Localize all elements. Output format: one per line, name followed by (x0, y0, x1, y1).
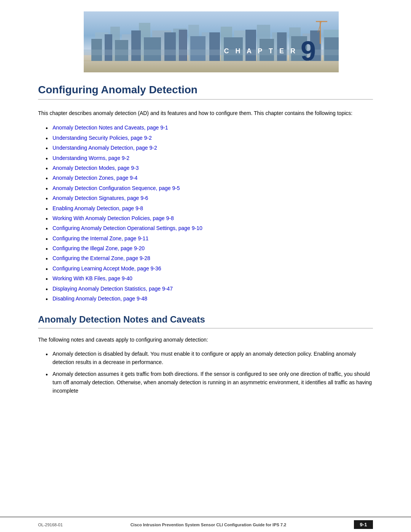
toc-item-1: Anomaly Detection Notes and Caveats, pag… (46, 123, 373, 132)
toc-item-17: Displaying Anomaly Detection Statistics,… (46, 284, 373, 293)
toc-link-7[interactable]: Anomaly Detection Configuration Sequence… (53, 185, 180, 191)
section1-rule (38, 328, 373, 329)
toc-item-18: Disabling Anomaly Detection, page 9-48 (46, 294, 373, 303)
chapter-header: C H A P T E R 9 (84, 11, 339, 72)
toc-item-2: Understanding Security Policies, page 9-… (46, 134, 373, 142)
section1-title: Anomaly Detection Notes and Caveats (38, 314, 373, 325)
footer-page-number: 9-1 (354, 520, 373, 529)
footer-doc-number: OL-29168-01 (38, 522, 63, 527)
intro-paragraph: This chapter describes anomaly detection… (38, 109, 373, 117)
toc-item-5: Anomaly Detection Modes, page 9-3 (46, 164, 373, 172)
toc-link-12[interactable]: Configuring the Internal Zone, page 9-11 (53, 235, 148, 241)
toc-link-15[interactable]: Configuring Learning Accept Mode, page 9… (53, 265, 161, 272)
toc-item-15: Configuring Learning Accept Mode, page 9… (46, 264, 373, 273)
toc-link-10[interactable]: Working With Anomaly Detection Policies,… (53, 215, 174, 221)
title-rule (38, 99, 373, 100)
svg-rect-21 (131, 30, 141, 61)
toc-item-9: Enabling Anomaly Detection, page 9-8 (46, 204, 373, 212)
page-container: C H A P T E R 9 Configuring Anomaly Dete… (0, 0, 411, 532)
svg-rect-25 (190, 36, 206, 61)
toc-item-13: Configuring the Illegal Zone, page 9-20 (46, 244, 373, 252)
toc-item-6: Anomaly Detection Zones, page 9-4 (46, 174, 373, 182)
toc-item-3: Understanding Anomaly Detection, page 9-… (46, 144, 373, 152)
chapter-number-text: 9 (301, 37, 316, 65)
toc-link-17[interactable]: Displaying Anomaly Detection Statistics,… (53, 286, 173, 292)
toc-link-18[interactable]: Disabling Anomaly Detection, page 9-48 (53, 296, 147, 302)
page-footer: OL-29168-01 Cisco Intrusion Prevention S… (0, 517, 411, 532)
toc-link-9[interactable]: Enabling Anomaly Detection, page 9-8 (53, 205, 143, 211)
toc-item-14: Configuring the External Zone, page 9-28 (46, 254, 373, 262)
toc-link-4[interactable]: Understanding Worms, page 9-2 (53, 155, 129, 161)
toc-link-8[interactable]: Anomaly Detection Signatures, page 9-6 (53, 195, 148, 201)
svg-rect-22 (144, 37, 161, 61)
toc-link-5[interactable]: Anomaly Detection Modes, page 9-3 (53, 165, 139, 171)
toc-link-6[interactable]: Anomaly Detection Zones, page 9-4 (53, 175, 137, 181)
section1-item-1: Anomaly detection is disabled by default… (46, 350, 373, 367)
toc-link-2[interactable]: Understanding Security Policies, page 9-… (53, 135, 152, 141)
toc-link-16[interactable]: Working With KB Files, page 9-40 (53, 275, 132, 281)
footer-doc-title: Cisco Intrusion Prevention System Sensor… (63, 522, 354, 527)
toc-link-14[interactable]: Configuring the External Zone, page 9-28 (53, 255, 150, 261)
toc-item-12: Configuring the Internal Zone, page 9-11 (46, 234, 373, 243)
toc-item-7: Anomaly Detection Configuration Sequence… (46, 184, 373, 192)
toc-item-10: Working With Anomaly Detection Policies,… (46, 214, 373, 222)
svg-rect-33 (324, 37, 339, 61)
toc-list: Anomaly Detection Notes and Caveats, pag… (46, 123, 373, 303)
toc-item-16: Working With KB Files, page 9-40 (46, 274, 373, 283)
main-content: Configuring Anomaly Detection This chapt… (0, 72, 411, 517)
section1-list: Anomaly detection is disabled by default… (46, 350, 373, 395)
page-title: Configuring Anomaly Detection (38, 84, 373, 96)
chapter-label: C H A P T E R 9 (224, 37, 316, 65)
section1-item-2: Anomaly detection assumes it gets traffi… (46, 370, 373, 395)
section1-intro: The following notes and caveats apply to… (38, 335, 373, 344)
toc-item-8: Anomaly Detection Signatures, page 9-6 (46, 194, 373, 202)
toc-item-11: Configuring Anomaly Detection Operationa… (46, 224, 373, 232)
svg-rect-23 (164, 32, 176, 61)
chapter-word-text: C H A P T E R (224, 47, 298, 55)
svg-rect-26 (209, 32, 220, 61)
svg-rect-24 (179, 30, 187, 61)
toc-link-3[interactable]: Understanding Anomaly Detection, page 9-… (53, 145, 157, 151)
toc-link-1[interactable]: Anomaly Detection Notes and Caveats, pag… (53, 125, 168, 131)
chapter-image: C H A P T E R 9 (84, 11, 339, 72)
toc-item-4: Understanding Worms, page 9-2 (46, 154, 373, 162)
svg-rect-19 (105, 34, 112, 61)
toc-link-13[interactable]: Configuring the Illegal Zone, page 9-20 (53, 245, 145, 251)
toc-link-11[interactable]: Configuring Anomaly Detection Operationa… (53, 225, 202, 231)
